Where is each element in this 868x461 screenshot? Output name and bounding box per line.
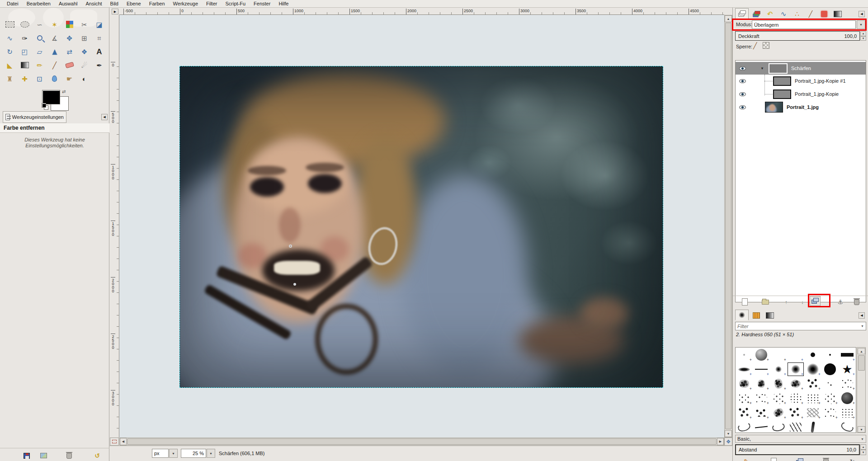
brush-item[interactable] xyxy=(753,420,770,433)
spin-down-icon[interactable]: ▼ xyxy=(860,36,866,41)
tool-pencil[interactable]: ✏ xyxy=(32,58,47,72)
raise-layer-button[interactable]: ↑ xyxy=(781,297,792,307)
scroll-up-button[interactable]: ▲ xyxy=(725,15,732,22)
opacity-spinner[interactable]: ▲ ▼ xyxy=(860,31,866,41)
tool-shear[interactable]: ▱ xyxy=(32,45,47,58)
menu-filter[interactable]: Filter xyxy=(202,0,221,7)
brush-item[interactable] xyxy=(736,362,753,376)
reset-tool-options-button[interactable]: ↺ xyxy=(92,451,103,461)
visibility-eye-icon[interactable] xyxy=(739,105,746,109)
brush-item[interactable] xyxy=(787,420,804,433)
brush-item[interactable] xyxy=(839,348,856,362)
unit-combo[interactable]: px xyxy=(152,449,169,458)
tab-colormap[interactable]: ∴ xyxy=(791,9,803,19)
brush-item[interactable] xyxy=(839,391,856,405)
brush-item[interactable] xyxy=(804,362,821,376)
tool-zoom[interactable] xyxy=(32,31,47,45)
horizontal-scrollbar[interactable]: ◀ ▶ xyxy=(119,437,724,446)
brush-item[interactable] xyxy=(770,348,787,362)
vertical-ruler[interactable]: 0 500 1000 1500 2000 2500 3000 xyxy=(110,15,119,437)
brush-item[interactable] xyxy=(821,376,839,391)
tool-options-tab[interactable]: Werkzeugeinstellungen xyxy=(3,111,66,123)
tab-gradients[interactable] xyxy=(831,9,844,19)
tool-text[interactable]: A xyxy=(92,45,107,58)
tab-undo-history[interactable]: ↶ xyxy=(764,9,776,19)
brush-item[interactable] xyxy=(753,348,770,362)
scroll-down-button[interactable]: ▼ xyxy=(858,426,865,433)
brush-item[interactable] xyxy=(821,420,839,433)
tab-brushes[interactable] xyxy=(735,310,749,320)
visibility-eye-icon[interactable] xyxy=(739,79,746,83)
menu-bild[interactable]: Bild xyxy=(106,0,123,7)
brush-item[interactable] xyxy=(804,348,821,362)
lower-layer-button[interactable]: ↓ xyxy=(797,297,808,307)
brush-item[interactable] xyxy=(821,391,839,405)
tab-brushes-dialog[interactable]: ╱ xyxy=(804,9,817,19)
tool-eraser[interactable] xyxy=(62,58,77,72)
new-brush-button[interactable] xyxy=(768,456,779,461)
spin-up-icon[interactable]: ▲ xyxy=(860,31,866,36)
tool-scale[interactable]: ◰ xyxy=(17,45,32,58)
scroll-right-button[interactable]: ▶ xyxy=(717,438,724,445)
scrollbar-thumb[interactable] xyxy=(858,355,865,371)
brush-item[interactable] xyxy=(787,405,804,420)
tool-ellipse-select[interactable] xyxy=(17,18,32,31)
restore-tool-options-button[interactable] xyxy=(38,451,49,461)
scroll-up-button[interactable]: ▲ xyxy=(858,348,865,354)
tool-color-picker[interactable]: ✑ xyxy=(17,31,32,45)
spin-down-icon[interactable]: ▼ xyxy=(860,450,866,455)
chevron-down-icon[interactable]: ▼ xyxy=(861,325,864,328)
group-expander-icon[interactable]: ▼ xyxy=(760,66,764,71)
horizontal-ruler[interactable]: -500 0 500 1000 1500 2000 2500 3000 3500… xyxy=(119,8,724,15)
layer-thumbnail[interactable] xyxy=(765,102,783,113)
tab-paths[interactable]: ∿ xyxy=(777,9,790,19)
layer-name[interactable]: Portrait_1.jpg-Kopie #1 xyxy=(795,78,846,84)
brush-item[interactable] xyxy=(821,362,839,376)
quick-mask-button[interactable] xyxy=(110,437,119,446)
tool-crop[interactable]: ⌗ xyxy=(92,31,107,45)
tool-fuzzy-select[interactable]: ✶ xyxy=(47,18,62,31)
tool-smudge[interactable]: ☛ xyxy=(62,72,77,85)
brush-item[interactable] xyxy=(736,391,753,405)
visibility-eye-icon[interactable] xyxy=(739,66,746,71)
anchor-layer-button[interactable]: ⚓ xyxy=(835,297,846,307)
tab-layers[interactable] xyxy=(735,8,749,19)
tool-blur-sharpen[interactable] xyxy=(47,72,62,85)
brush-item[interactable] xyxy=(753,391,770,405)
tool-measure[interactable]: ∡ xyxy=(47,31,62,45)
layer-row-kopie1[interactable]: Portrait_1.jpg-Kopie #1 xyxy=(736,75,866,87)
edit-brush-button[interactable]: ✎ xyxy=(741,456,752,461)
opacity-slider[interactable]: Deckkraft 100,0 xyxy=(735,31,860,41)
brush-item[interactable] xyxy=(787,391,804,405)
menu-ansicht[interactable]: Ansicht xyxy=(81,0,106,7)
collapse-panel-button[interactable]: ◀ xyxy=(859,11,865,17)
layer-thumbnail[interactable] xyxy=(773,89,791,99)
menu-fenster[interactable]: Fenster xyxy=(250,0,274,7)
default-colors-icon[interactable] xyxy=(42,103,46,108)
delete-layer-button[interactable] xyxy=(851,297,862,307)
tool-foreground-select[interactable]: ◪ xyxy=(92,18,107,31)
brush-item[interactable] xyxy=(839,420,856,433)
visibility-eye-icon[interactable] xyxy=(739,92,746,96)
tool-bucket-fill[interactable]: ◣ xyxy=(2,58,17,72)
duplicate-layer-button[interactable] xyxy=(810,296,821,306)
menu-hilfe[interactable]: Hilfe xyxy=(274,0,292,7)
brush-item[interactable]: ★ xyxy=(839,362,856,376)
tab-gradients-dock[interactable] xyxy=(764,310,776,320)
layer-mode-combo[interactable]: Überlagern xyxy=(752,20,856,29)
brush-item-selected[interactable] xyxy=(787,362,804,376)
tool-select-by-color[interactable] xyxy=(62,18,77,31)
brush-item[interactable] xyxy=(821,405,839,420)
tool-perspective-clone[interactable]: ⊡ xyxy=(32,72,47,85)
scroll-left-button[interactable]: ◀ xyxy=(120,438,127,445)
brush-item[interactable] xyxy=(753,405,770,420)
brush-item[interactable] xyxy=(804,391,821,405)
canvas-viewport[interactable] xyxy=(119,15,724,437)
tool-dodge-burn[interactable]: ◐ xyxy=(77,72,92,85)
menu-farben[interactable]: Farben xyxy=(145,0,169,7)
brush-item[interactable] xyxy=(839,405,856,420)
tool-clone[interactable]: ♜ xyxy=(2,72,17,85)
brush-item[interactable] xyxy=(736,348,753,362)
menu-werkzeuge[interactable]: Werkzeuge xyxy=(169,0,202,7)
delete-tool-options-button[interactable] xyxy=(64,451,75,461)
